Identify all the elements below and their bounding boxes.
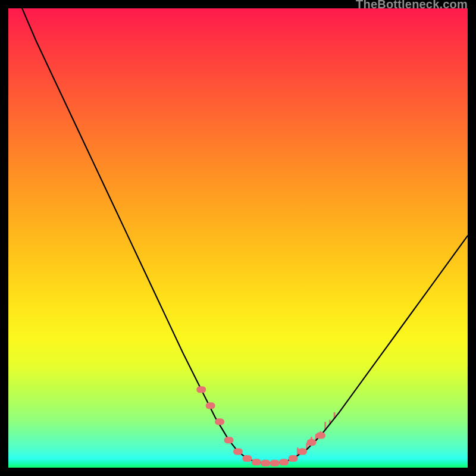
highlight-dot [279,459,289,465]
highlight-dot [224,437,234,443]
highlight-dot [196,386,206,393]
highlight-dot [233,448,243,455]
highlight-markers [196,386,325,466]
highlight-dot [316,432,325,439]
chart-svg [8,8,468,468]
highlight-dot [307,439,317,446]
highlight-dot [206,402,215,409]
plot-area [8,8,468,468]
highlight-dot [252,459,261,465]
bottleneck-curve [22,8,468,463]
highlight-dot [261,460,270,466]
watermark-text: TheBottleneck.com [356,0,468,8]
highlight-dot [215,418,224,425]
highlight-dot [270,460,280,466]
highlight-dot [298,448,307,455]
highlight-dot [289,455,298,462]
chart-frame: TheBottleneck.com [8,8,468,468]
highlight-dot [242,455,252,462]
